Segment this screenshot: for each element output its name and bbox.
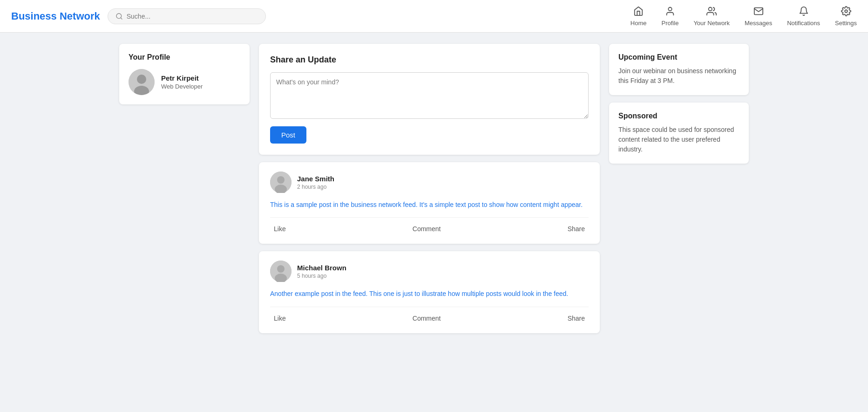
network-icon [706,6,717,18]
post-header: Jane Smith 2 hours ago [270,172,589,193]
upcoming-event-widget: Upcoming Event Join our webinar on busin… [609,44,749,95]
nav-messages[interactable]: Messages [745,6,772,27]
main-nav: Home Profile Your Network Messages Notif… [631,6,857,27]
left-sidebar: Your Profile Petr Kirpeit Web Developer [119,44,250,104]
nav-network-label: Your Network [693,20,730,27]
post-user-info: Jane Smith 2 hours ago [297,175,334,190]
sponsored-title: Sponsored [618,112,739,120]
nav-your-network[interactable]: Your Network [693,6,730,27]
profile-user-title: Web Developer [161,83,203,90]
profile-info: Petr Kirpeit Web Developer [161,74,203,90]
profile-user-name: Petr Kirpeit [161,74,203,82]
nav-profile-label: Profile [662,20,679,27]
nav-settings-label: Settings [835,20,857,27]
sponsored-text: This space could be used for sponsored c… [618,125,739,154]
post-time: 5 hours ago [297,273,346,279]
notifications-icon [799,6,809,18]
share-button[interactable]: Share [564,223,589,234]
share-update-card: Share an Update Post [259,44,600,155]
post-author: Michael Brown [297,264,346,272]
upcoming-event-title: Upcoming Event [618,53,739,62]
post-time: 2 hours ago [297,184,334,190]
settings-icon [841,6,851,18]
post-avatar [270,261,292,282]
header: Business Network Home Profile Your Netwo… [0,0,868,33]
svg-point-6 [137,75,146,84]
svg-point-9 [277,176,285,184]
post-user-info: Michael Brown 5 hours ago [297,264,346,279]
svg-point-4 [845,10,848,13]
sponsored-widget: Sponsored This space could be used for s… [609,103,749,164]
nav-settings[interactable]: Settings [835,6,857,27]
avatar [129,69,155,95]
profile-icon [665,6,675,18]
share-textarea[interactable] [270,72,589,119]
share-button[interactable]: Share [564,313,589,324]
right-sidebar: Upcoming Event Join our webinar on busin… [609,44,749,164]
share-update-title: Share an Update [270,55,589,65]
post-card: Michael Brown 5 hours ago Another exampl… [259,251,600,333]
nav-home[interactable]: Home [631,6,647,27]
post-actions: Like Comment Share [270,217,589,234]
svg-point-2 [668,7,671,10]
search-bar [108,8,266,24]
post-card: Jane Smith 2 hours ago This is a sample … [259,162,600,244]
center-feed: Share an Update Post Jane Smith 2 hours … [259,44,600,333]
like-button[interactable]: Like [270,223,290,234]
svg-point-3 [709,7,712,10]
nav-notifications-label: Notifications [787,20,820,27]
comment-button[interactable]: Comment [409,223,445,234]
app-logo[interactable]: Business Network [11,10,100,22]
nav-home-label: Home [631,20,647,27]
profile-card: Your Profile Petr Kirpeit Web Developer [119,44,250,104]
post-author: Jane Smith [297,175,334,183]
post-avatar [270,172,292,193]
search-input[interactable] [127,13,258,20]
post-header: Michael Brown 5 hours ago [270,261,589,282]
post-content: This is a sample post in the business ne… [270,199,589,210]
search-icon [115,13,123,20]
comment-button[interactable]: Comment [409,313,445,324]
home-icon [633,6,644,18]
profile-card-title: Your Profile [129,53,240,62]
nav-notifications[interactable]: Notifications [787,6,820,27]
post-content: Another example post in the feed. This o… [270,288,589,299]
messages-icon [753,6,764,18]
post-button[interactable]: Post [270,126,306,144]
profile-card-user: Petr Kirpeit Web Developer [129,69,240,95]
nav-profile[interactable]: Profile [662,6,679,27]
post-actions: Like Comment Share [270,307,589,324]
svg-line-1 [121,18,122,19]
upcoming-event-text: Join our webinar on business networking … [618,66,739,86]
svg-point-12 [277,265,285,273]
like-button[interactable]: Like [270,313,290,324]
nav-messages-label: Messages [745,20,772,27]
page-body: Your Profile Petr Kirpeit Web Developer [108,44,760,333]
